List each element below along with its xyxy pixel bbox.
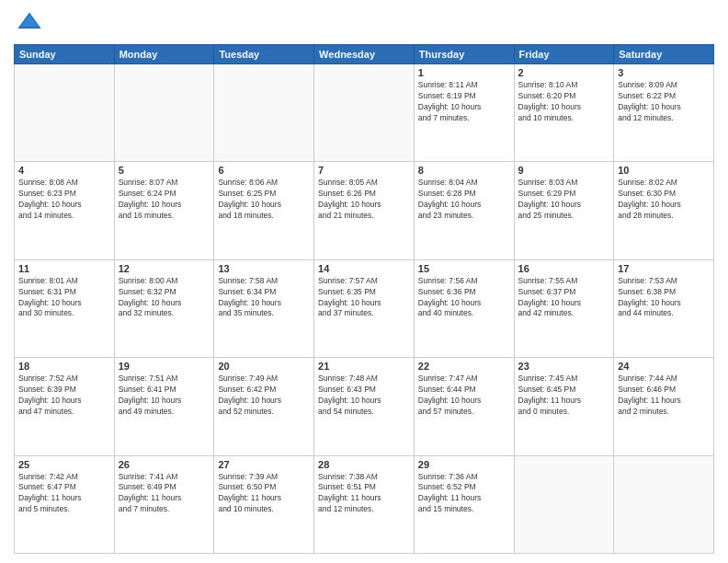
day-number: 6 (218, 165, 310, 176)
calendar-week-row: 25Sunrise: 7:42 AM Sunset: 6:47 PM Dayli… (15, 455, 714, 553)
day-number: 25 (18, 459, 110, 470)
day-number: 14 (318, 263, 410, 274)
calendar-week-row: 4Sunrise: 8:08 AM Sunset: 6:23 PM Daylig… (15, 162, 714, 259)
day-number: 2 (518, 67, 610, 78)
calendar-cell: 24Sunrise: 7:44 AM Sunset: 6:46 PM Dayli… (614, 358, 714, 455)
day-number: 23 (518, 361, 610, 372)
day-info: Sunrise: 7:45 AM Sunset: 6:45 PM Dayligh… (518, 373, 610, 418)
day-number: 9 (518, 165, 610, 176)
day-info: Sunrise: 7:42 AM Sunset: 6:47 PM Dayligh… (18, 472, 110, 516)
day-number: 8 (418, 165, 510, 176)
day-number: 24 (618, 361, 710, 372)
day-info: Sunrise: 8:10 AM Sunset: 6:20 PM Dayligh… (518, 80, 610, 124)
day-number: 29 (418, 459, 510, 470)
day-number: 3 (618, 67, 710, 78)
day-info: Sunrise: 7:52 AM Sunset: 6:39 PM Dayligh… (18, 373, 110, 418)
day-info: Sunrise: 7:39 AM Sunset: 6:50 PM Dayligh… (218, 472, 310, 516)
day-info: Sunrise: 8:08 AM Sunset: 6:23 PM Dayligh… (18, 178, 110, 222)
calendar-cell: 4Sunrise: 8:08 AM Sunset: 6:23 PM Daylig… (15, 162, 115, 259)
calendar-cell: 2Sunrise: 8:10 AM Sunset: 6:20 PM Daylig… (514, 64, 614, 162)
day-number: 13 (218, 263, 310, 274)
calendar-cell: 10Sunrise: 8:02 AM Sunset: 6:30 PM Dayli… (614, 162, 714, 259)
weekday-header: Saturday (614, 45, 714, 64)
calendar-header-row: SundayMondayTuesdayWednesdayThursdayFrid… (15, 45, 714, 64)
day-info: Sunrise: 7:44 AM Sunset: 6:46 PM Dayligh… (618, 373, 710, 418)
calendar-cell: 11Sunrise: 8:01 AM Sunset: 6:31 PM Dayli… (15, 259, 115, 357)
day-number: 17 (618, 263, 710, 274)
day-number: 16 (518, 263, 610, 274)
day-info: Sunrise: 7:55 AM Sunset: 6:37 PM Dayligh… (518, 276, 610, 320)
day-number: 21 (318, 361, 410, 372)
logo (14, 9, 42, 39)
calendar-cell: 13Sunrise: 7:58 AM Sunset: 6:34 PM Dayli… (214, 259, 314, 357)
weekday-header: Monday (114, 45, 214, 64)
day-number: 28 (318, 459, 410, 470)
calendar-cell: 8Sunrise: 8:04 AM Sunset: 6:28 PM Daylig… (414, 162, 514, 259)
day-number: 18 (18, 361, 110, 372)
day-info: Sunrise: 7:58 AM Sunset: 6:34 PM Dayligh… (218, 276, 310, 320)
day-info: Sunrise: 7:56 AM Sunset: 6:36 PM Dayligh… (418, 276, 510, 320)
calendar-table: SundayMondayTuesdayWednesdayThursdayFrid… (14, 44, 714, 554)
day-info: Sunrise: 8:03 AM Sunset: 6:29 PM Dayligh… (518, 178, 610, 222)
calendar-cell: 5Sunrise: 8:07 AM Sunset: 6:24 PM Daylig… (114, 162, 214, 259)
calendar-cell (214, 64, 314, 162)
header (14, 9, 714, 39)
calendar-week-row: 1Sunrise: 8:11 AM Sunset: 6:19 PM Daylig… (15, 64, 714, 162)
day-number: 15 (418, 263, 510, 274)
calendar-cell: 12Sunrise: 8:00 AM Sunset: 6:32 PM Dayli… (114, 259, 214, 357)
day-number: 1 (418, 67, 510, 78)
day-number: 12 (119, 263, 210, 274)
calendar-week-row: 18Sunrise: 7:52 AM Sunset: 6:39 PM Dayli… (15, 358, 714, 455)
day-info: Sunrise: 8:11 AM Sunset: 6:19 PM Dayligh… (418, 80, 510, 124)
day-number: 22 (418, 361, 510, 372)
calendar-cell: 22Sunrise: 7:47 AM Sunset: 6:44 PM Dayli… (414, 358, 514, 455)
day-info: Sunrise: 7:49 AM Sunset: 6:42 PM Dayligh… (218, 373, 310, 418)
calendar-cell: 1Sunrise: 8:11 AM Sunset: 6:19 PM Daylig… (414, 64, 514, 162)
day-info: Sunrise: 8:01 AM Sunset: 6:31 PM Dayligh… (18, 276, 110, 320)
day-info: Sunrise: 7:53 AM Sunset: 6:38 PM Dayligh… (618, 276, 710, 320)
calendar-cell: 27Sunrise: 7:39 AM Sunset: 6:50 PM Dayli… (214, 455, 314, 553)
calendar-week-row: 11Sunrise: 8:01 AM Sunset: 6:31 PM Dayli… (15, 259, 714, 357)
calendar-cell: 15Sunrise: 7:56 AM Sunset: 6:36 PM Dayli… (414, 259, 514, 357)
day-number: 26 (119, 459, 210, 470)
day-number: 5 (119, 165, 210, 176)
calendar-cell: 23Sunrise: 7:45 AM Sunset: 6:45 PM Dayli… (514, 358, 614, 455)
day-number: 19 (119, 361, 210, 372)
day-number: 4 (18, 165, 110, 176)
calendar-cell: 25Sunrise: 7:42 AM Sunset: 6:47 PM Dayli… (15, 455, 115, 553)
day-info: Sunrise: 7:57 AM Sunset: 6:35 PM Dayligh… (318, 276, 410, 320)
calendar-cell: 20Sunrise: 7:49 AM Sunset: 6:42 PM Dayli… (214, 358, 314, 455)
calendar-cell (514, 455, 614, 553)
weekday-header: Thursday (414, 45, 514, 64)
day-info: Sunrise: 8:02 AM Sunset: 6:30 PM Dayligh… (618, 178, 710, 222)
calendar-cell: 28Sunrise: 7:38 AM Sunset: 6:51 PM Dayli… (314, 455, 415, 553)
calendar-cell: 14Sunrise: 7:57 AM Sunset: 6:35 PM Dayli… (314, 259, 415, 357)
calendar-cell: 26Sunrise: 7:41 AM Sunset: 6:49 PM Dayli… (114, 455, 214, 553)
weekday-header: Wednesday (314, 45, 415, 64)
calendar-cell: 7Sunrise: 8:05 AM Sunset: 6:26 PM Daylig… (314, 162, 415, 259)
weekday-header: Tuesday (214, 45, 314, 64)
calendar-cell (314, 64, 415, 162)
day-info: Sunrise: 7:51 AM Sunset: 6:41 PM Dayligh… (119, 373, 210, 418)
calendar-cell: 18Sunrise: 7:52 AM Sunset: 6:39 PM Dayli… (15, 358, 115, 455)
calendar-cell: 17Sunrise: 7:53 AM Sunset: 6:38 PM Dayli… (614, 259, 714, 357)
calendar-cell: 21Sunrise: 7:48 AM Sunset: 6:43 PM Dayli… (314, 358, 415, 455)
calendar-cell (15, 64, 115, 162)
calendar-cell: 3Sunrise: 8:09 AM Sunset: 6:22 PM Daylig… (614, 64, 714, 162)
day-number: 10 (618, 165, 710, 176)
weekday-header: Sunday (15, 45, 115, 64)
day-info: Sunrise: 8:04 AM Sunset: 6:28 PM Dayligh… (418, 178, 510, 222)
day-info: Sunrise: 8:09 AM Sunset: 6:22 PM Dayligh… (618, 80, 710, 124)
day-number: 20 (218, 361, 310, 372)
page: SundayMondayTuesdayWednesdayThursdayFrid… (0, 0, 728, 563)
day-info: Sunrise: 7:36 AM Sunset: 6:52 PM Dayligh… (418, 472, 510, 516)
calendar-cell: 9Sunrise: 8:03 AM Sunset: 6:29 PM Daylig… (514, 162, 614, 259)
calendar-cell (614, 455, 714, 553)
day-info: Sunrise: 8:06 AM Sunset: 6:25 PM Dayligh… (218, 178, 310, 222)
day-info: Sunrise: 7:47 AM Sunset: 6:44 PM Dayligh… (418, 373, 510, 418)
day-info: Sunrise: 8:00 AM Sunset: 6:32 PM Dayligh… (119, 276, 210, 320)
day-info: Sunrise: 7:38 AM Sunset: 6:51 PM Dayligh… (318, 472, 410, 516)
calendar-cell (114, 64, 214, 162)
day-info: Sunrise: 8:07 AM Sunset: 6:24 PM Dayligh… (119, 178, 210, 222)
day-number: 27 (218, 459, 310, 470)
